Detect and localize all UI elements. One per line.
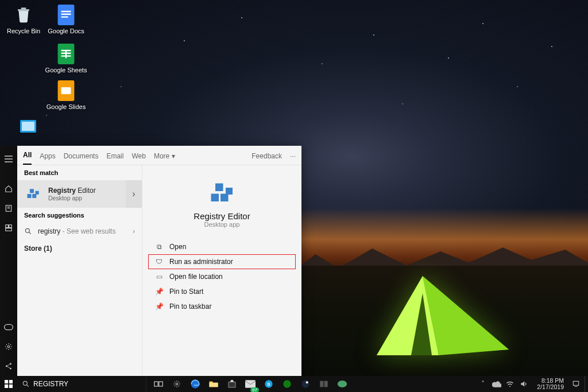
svg-point-38 [301, 380, 309, 387]
tab-all[interactable]: All [23, 151, 32, 165]
open-icon: ⧉ [154, 243, 164, 251]
games-icon[interactable] [0, 317, 17, 337]
mail-icon[interactable]: 97 [242, 376, 259, 392]
svg-rect-27 [9, 385, 13, 388]
google-docs-icon [55, 3, 78, 26]
desktop-icon-google-sheets[interactable]: Google Sheets [45, 42, 87, 73]
shield-icon: 🛡 [154, 258, 164, 266]
tab-more[interactable]: More ▾ [154, 152, 175, 165]
start-left-rail [0, 146, 17, 376]
svg-rect-7 [6, 225, 9, 228]
recycle-bin-icon [12, 3, 35, 26]
settings-gear-icon[interactable] [0, 337, 17, 356]
desktop-icons: Recycle Bin Google Docs Google Sheets Go… [2, 2, 87, 115]
svg-rect-3 [61, 87, 71, 94]
search-tabs: All Apps Documents Email Web More ▾ Feed… [17, 146, 301, 165]
clock-date: 2/17/2019 [537, 384, 564, 390]
svg-rect-20 [211, 194, 219, 202]
pin-icon: 📌 [154, 302, 164, 311]
tab-apps[interactable]: Apps [40, 152, 55, 165]
xbox-icon[interactable] [278, 376, 296, 392]
more-options-icon[interactable]: ··· [290, 152, 296, 165]
svg-rect-29 [154, 382, 158, 386]
desktop-icon-label: Google Sheets [45, 67, 87, 73]
best-match-subtitle: Desktop app [48, 195, 96, 202]
svg-rect-25 [9, 380, 13, 383]
action-pin-to-taskbar[interactable]: 📌 Pin to taskbar [148, 299, 296, 314]
notifications-icon[interactable] [572, 380, 581, 388]
hamburger-icon[interactable] [0, 149, 17, 169]
task-view-icon[interactable] [150, 376, 167, 392]
svg-point-42 [338, 381, 347, 387]
svg-rect-22 [215, 184, 223, 192]
result-actions: ⧉ Open 🛡 Run as administrator ▭ Open fil… [142, 235, 301, 319]
svg-point-28 [23, 381, 27, 385]
desktop-icon-google-slides[interactable]: Google Slides [45, 79, 87, 110]
best-match-result[interactable]: Registry Editor Desktop app › [17, 180, 142, 208]
start-search-panel: All Apps Documents Email Web More ▾ Feed… [17, 146, 301, 376]
section-search-suggestions: Search suggestions [17, 208, 142, 223]
svg-text:S: S [267, 382, 270, 387]
svg-point-11 [7, 346, 10, 348]
chevron-right-icon[interactable]: › [126, 180, 142, 208]
settings-icon[interactable] [168, 376, 185, 392]
svg-rect-5 [22, 122, 34, 131]
edge-browser-icon[interactable] [187, 376, 204, 392]
tab-web[interactable]: Web [131, 152, 145, 165]
svg-rect-9 [6, 228, 12, 231]
section-best-match: Best match [17, 165, 142, 180]
svg-point-13 [10, 363, 11, 364]
result-hero: Registry Editor Desktop app [142, 165, 301, 235]
svg-rect-21 [220, 194, 229, 202]
desktop-icon-label: Google Slides [47, 103, 86, 110]
svg-rect-17 [30, 189, 34, 193]
network-icon[interactable] [506, 381, 515, 387]
volume-icon[interactable] [520, 380, 529, 388]
svg-rect-10 [5, 324, 13, 329]
tab-email[interactable]: Email [106, 152, 123, 165]
suggestion-text: registry - See web results [38, 227, 115, 235]
result-hero-subtitle: Desktop app [204, 221, 240, 228]
steam-icon[interactable] [297, 376, 314, 392]
section-store[interactable]: Store (1) [17, 240, 142, 257]
desktop-icon-google-docs[interactable]: Google Docs [45, 3, 87, 34]
tab-feedback[interactable]: Feedback [252, 152, 282, 165]
action-open-file-location[interactable]: ▭ Open file location [148, 269, 296, 284]
action-open[interactable]: ⧉ Open [148, 239, 296, 254]
chevron-down-icon: ▾ [172, 152, 175, 160]
tray-overflow-icon[interactable]: ˄ [478, 380, 488, 388]
svg-point-14 [10, 368, 11, 370]
svg-point-37 [283, 380, 291, 387]
search-suggestion[interactable]: registry - See web results › [17, 223, 142, 240]
taskbar-apps: 97 S [146, 376, 351, 392]
svg-rect-34 [245, 380, 256, 388]
svg-rect-18 [36, 191, 39, 195]
action-pin-to-start[interactable]: 📌 Pin to Start [148, 284, 296, 299]
skype-icon[interactable]: S [260, 376, 277, 392]
desktop-icon-label: Recycle Bin [7, 28, 40, 34]
dashboard-icon[interactable] [0, 218, 17, 238]
taskbar-search-input[interactable] [33, 380, 141, 388]
chevron-right-icon: › [133, 227, 135, 235]
share-icon[interactable] [0, 356, 17, 376]
show-desktop-button[interactable] [585, 376, 588, 392]
svg-rect-15 [28, 194, 32, 198]
taskbar-clock[interactable]: 8:18 PM 2/17/2019 [533, 377, 567, 391]
onedrive-icon[interactable] [492, 381, 501, 387]
file-explorer-icon[interactable] [205, 376, 222, 392]
taskbar-search[interactable] [17, 376, 146, 392]
app-icon-generic-2[interactable] [334, 376, 351, 392]
google-slides-icon [55, 79, 78, 102]
action-run-as-administrator[interactable]: 🛡 Run as administrator [148, 254, 296, 269]
desktop-icon-recycle-bin[interactable]: Recycle Bin [2, 3, 45, 34]
home-icon[interactable] [0, 179, 17, 199]
app-icon-generic[interactable] [315, 376, 332, 392]
registry-editor-icon [24, 185, 42, 203]
tab-documents[interactable]: Documents [64, 152, 99, 165]
start-button[interactable] [0, 376, 17, 392]
notes-icon[interactable] [0, 199, 17, 218]
store-icon[interactable] [223, 376, 241, 392]
desktop-icon-generic[interactable] [7, 115, 49, 138]
svg-rect-16 [32, 194, 36, 198]
registry-editor-icon [208, 179, 236, 207]
